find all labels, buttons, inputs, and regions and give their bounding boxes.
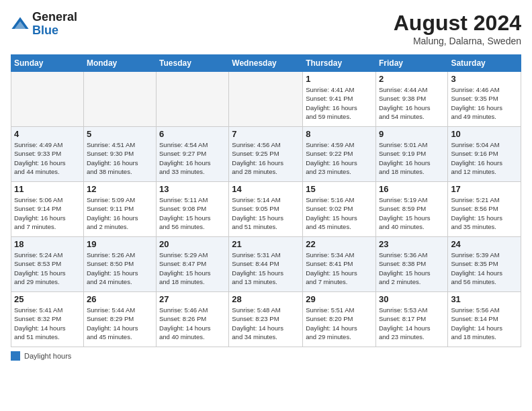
calendar-cell: 6Sunrise: 4:54 AM Sunset: 9:27 PM Daylig… [157, 127, 229, 182]
calendar-cell: 23Sunrise: 5:36 AM Sunset: 8:38 PM Dayli… [375, 237, 447, 292]
calendar-cell [83, 72, 156, 127]
day-number: 21 [232, 239, 300, 249]
calendar-cell: 29Sunrise: 5:51 AM Sunset: 8:20 PM Dayli… [303, 292, 376, 347]
day-info: Sunrise: 4:59 AM Sunset: 9:22 PM Dayligh… [306, 140, 373, 176]
calendar-table: SundayMondayTuesdayWednesdayThursdayFrid… [11, 54, 521, 347]
day-info: Sunrise: 5:19 AM Sunset: 8:59 PM Dayligh… [379, 195, 445, 231]
calendar-cell: 26Sunrise: 5:44 AM Sunset: 8:29 PM Dayli… [83, 292, 156, 347]
calendar-cell: 5Sunrise: 4:51 AM Sunset: 9:30 PM Daylig… [83, 127, 156, 182]
day-info: Sunrise: 4:56 AM Sunset: 9:25 PM Dayligh… [232, 140, 300, 176]
day-info: Sunrise: 5:24 AM Sunset: 8:53 PM Dayligh… [14, 250, 81, 286]
day-number: 3 [451, 74, 518, 84]
calendar-cell: 31Sunrise: 5:56 AM Sunset: 8:14 PM Dayli… [448, 292, 521, 347]
day-info: Sunrise: 5:41 AM Sunset: 8:32 PM Dayligh… [14, 306, 81, 341]
day-info: Sunrise: 5:34 AM Sunset: 8:41 PM Dayligh… [306, 250, 373, 286]
header-row: SundayMondayTuesdayWednesdayThursdayFrid… [11, 55, 521, 72]
calendar-cell: 10Sunrise: 5:04 AM Sunset: 9:16 PM Dayli… [448, 127, 521, 182]
day-number: 9 [379, 129, 445, 139]
column-header-wednesday: Wednesday [229, 55, 303, 72]
logo: General Blue [11, 11, 77, 38]
calendar-cell [157, 72, 229, 127]
footer: Daylight hours [11, 351, 521, 361]
day-info: Sunrise: 5:26 AM Sunset: 8:50 PM Dayligh… [87, 250, 153, 286]
day-info: Sunrise: 5:56 AM Sunset: 8:14 PM Dayligh… [451, 306, 518, 341]
day-number: 14 [232, 184, 300, 194]
calendar-cell: 30Sunrise: 5:53 AM Sunset: 8:17 PM Dayli… [375, 292, 447, 347]
column-header-sunday: Sunday [11, 55, 84, 72]
day-number: 1 [306, 74, 373, 84]
day-info: Sunrise: 4:44 AM Sunset: 9:38 PM Dayligh… [379, 85, 445, 121]
day-number: 28 [232, 294, 300, 304]
day-number: 20 [159, 239, 226, 249]
column-header-thursday: Thursday [303, 55, 376, 72]
day-info: Sunrise: 5:06 AM Sunset: 9:14 PM Dayligh… [14, 195, 81, 231]
day-number: 26 [87, 294, 153, 304]
calendar-cell: 2Sunrise: 4:44 AM Sunset: 9:38 PM Daylig… [375, 72, 447, 127]
day-info: Sunrise: 5:44 AM Sunset: 8:29 PM Dayligh… [87, 306, 153, 341]
day-number: 16 [379, 184, 445, 194]
calendar-cell: 13Sunrise: 5:11 AM Sunset: 9:08 PM Dayli… [157, 182, 229, 237]
calendar-cell: 11Sunrise: 5:06 AM Sunset: 9:14 PM Dayli… [11, 182, 84, 237]
calendar-cell: 9Sunrise: 5:01 AM Sunset: 9:19 PM Daylig… [375, 127, 447, 182]
day-number: 11 [14, 184, 81, 194]
calendar-cell: 17Sunrise: 5:21 AM Sunset: 8:56 PM Dayli… [448, 182, 521, 237]
day-number: 31 [451, 294, 518, 304]
day-number: 5 [87, 129, 153, 139]
day-number: 18 [14, 239, 81, 249]
day-number: 10 [451, 129, 518, 139]
logo-icon [11, 15, 30, 34]
day-info: Sunrise: 5:53 AM Sunset: 8:17 PM Dayligh… [379, 306, 445, 341]
day-info: Sunrise: 5:36 AM Sunset: 8:38 PM Dayligh… [379, 250, 445, 286]
day-number: 25 [14, 294, 81, 304]
day-info: Sunrise: 4:49 AM Sunset: 9:33 PM Dayligh… [14, 140, 81, 176]
week-row-5: 25Sunrise: 5:41 AM Sunset: 8:32 PM Dayli… [11, 292, 521, 347]
calendar-cell [229, 72, 303, 127]
calendar-cell: 21Sunrise: 5:31 AM Sunset: 8:44 PM Dayli… [229, 237, 303, 292]
day-info: Sunrise: 5:01 AM Sunset: 9:19 PM Dayligh… [379, 140, 445, 176]
column-header-friday: Friday [375, 55, 447, 72]
day-info: Sunrise: 5:29 AM Sunset: 8:47 PM Dayligh… [159, 250, 226, 286]
calendar-cell: 19Sunrise: 5:26 AM Sunset: 8:50 PM Dayli… [83, 237, 156, 292]
logo-text: General Blue [32, 11, 77, 38]
calendar-cell: 22Sunrise: 5:34 AM Sunset: 8:41 PM Dayli… [303, 237, 376, 292]
day-number: 22 [306, 239, 373, 249]
day-info: Sunrise: 5:14 AM Sunset: 9:05 PM Dayligh… [232, 195, 300, 231]
column-header-saturday: Saturday [448, 55, 521, 72]
calendar-cell: 14Sunrise: 5:14 AM Sunset: 9:05 PM Dayli… [229, 182, 303, 237]
calendar-cell: 15Sunrise: 5:16 AM Sunset: 9:02 PM Dayli… [303, 182, 376, 237]
calendar-cell: 16Sunrise: 5:19 AM Sunset: 8:59 PM Dayli… [375, 182, 447, 237]
day-info: Sunrise: 5:31 AM Sunset: 8:44 PM Dayligh… [232, 250, 300, 286]
calendar-cell: 20Sunrise: 5:29 AM Sunset: 8:47 PM Dayli… [157, 237, 229, 292]
day-info: Sunrise: 4:51 AM Sunset: 9:30 PM Dayligh… [87, 140, 153, 176]
calendar-cell: 8Sunrise: 4:59 AM Sunset: 9:22 PM Daylig… [303, 127, 376, 182]
day-info: Sunrise: 5:46 AM Sunset: 8:26 PM Dayligh… [159, 306, 226, 341]
day-number: 6 [159, 129, 226, 139]
day-number: 13 [159, 184, 226, 194]
day-info: Sunrise: 5:39 AM Sunset: 8:35 PM Dayligh… [451, 250, 518, 286]
day-info: Sunrise: 4:41 AM Sunset: 9:41 PM Dayligh… [306, 85, 373, 121]
day-number: 7 [232, 129, 300, 139]
legend-box [11, 351, 20, 361]
day-info: Sunrise: 5:16 AM Sunset: 9:02 PM Dayligh… [306, 195, 373, 231]
calendar-cell: 28Sunrise: 5:48 AM Sunset: 8:23 PM Dayli… [229, 292, 303, 347]
day-number: 4 [14, 129, 81, 139]
calendar-cell: 27Sunrise: 5:46 AM Sunset: 8:26 PM Dayli… [157, 292, 229, 347]
legend-label: Daylight hours [24, 352, 71, 360]
month-year: August 2024 [394, 11, 521, 36]
column-header-monday: Monday [83, 55, 156, 72]
day-number: 24 [451, 239, 518, 249]
day-info: Sunrise: 5:09 AM Sunset: 9:11 PM Dayligh… [87, 195, 153, 231]
day-info: Sunrise: 5:21 AM Sunset: 8:56 PM Dayligh… [451, 195, 518, 231]
week-row-1: 1Sunrise: 4:41 AM Sunset: 9:41 PM Daylig… [11, 72, 521, 127]
header: General Blue August 2024 Malung, Dalarna… [11, 11, 521, 46]
day-number: 19 [87, 239, 153, 249]
calendar-cell: 7Sunrise: 4:56 AM Sunset: 9:25 PM Daylig… [229, 127, 303, 182]
calendar-cell: 4Sunrise: 4:49 AM Sunset: 9:33 PM Daylig… [11, 127, 84, 182]
title-area: August 2024 Malung, Dalarna, Sweden [394, 11, 521, 46]
calendar-cell: 12Sunrise: 5:09 AM Sunset: 9:11 PM Dayli… [83, 182, 156, 237]
day-info: Sunrise: 5:04 AM Sunset: 9:16 PM Dayligh… [451, 140, 518, 176]
day-info: Sunrise: 4:46 AM Sunset: 9:35 PM Dayligh… [451, 85, 518, 121]
week-row-2: 4Sunrise: 4:49 AM Sunset: 9:33 PM Daylig… [11, 127, 521, 182]
day-number: 8 [306, 129, 373, 139]
calendar-cell: 1Sunrise: 4:41 AM Sunset: 9:41 PM Daylig… [303, 72, 376, 127]
